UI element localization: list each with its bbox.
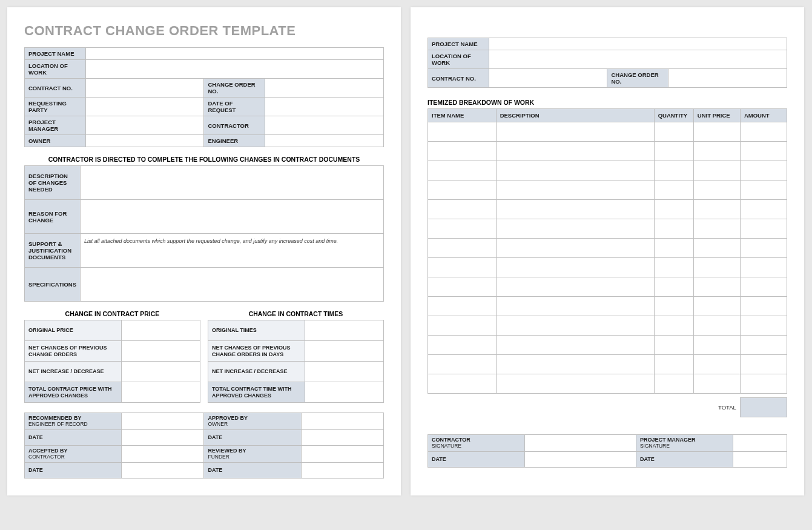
item-row[interactable] [428,219,787,239]
support-docs-value[interactable]: List all attached documents which suppor… [81,234,384,268]
pm-date-label: DATE [636,452,733,468]
item-row[interactable] [428,258,787,277]
approved-date-label: DATE [204,430,301,446]
requesting-party-label: REQUESTING PARTY [25,98,86,116]
change-order-no-value[interactable] [265,79,384,98]
total-row-table: TOTAL [427,397,787,417]
project-name-label-2: PROJECT NAME [428,38,489,50]
change-order-no-label: CHANGE ORDER NO. [204,79,265,98]
item-row[interactable] [428,297,787,316]
original-times-label: ORIGINAL TIMES [208,320,305,341]
engineer-label: ENGINEER [204,135,265,147]
item-row[interactable] [428,277,787,297]
project-name-value[interactable] [85,48,383,60]
accepted-date-value[interactable] [122,463,204,479]
description-changes-label: DESCRIPTION OF CHANGES NEEDED [25,166,81,200]
date-of-request-value[interactable] [265,98,384,116]
col-quantity: QUANTITY [654,109,693,122]
location-value-2[interactable] [489,50,787,69]
owner-value[interactable] [85,135,204,147]
net-prev-times-value[interactable] [305,341,384,362]
changes-heading: CONTRACTOR IS DIRECTED TO COMPLETE THE F… [24,156,384,163]
contractor-sig-value[interactable] [525,435,636,452]
net-inc-times-label: NET INCREASE / DECREASE [208,362,305,382]
contractor-label: CONTRACTOR [204,116,265,135]
item-row[interactable] [428,239,787,258]
pm-date-value[interactable] [733,452,787,468]
total-times-label: TOTAL CONTRACT TIME WITH APPROVED CHANGE… [208,382,305,403]
contractor-value[interactable] [265,116,384,135]
col-amount: AMOUNT [740,109,787,122]
location-label-2: LOCATION OF WORK [428,50,489,69]
owner-label: OWNER [25,135,86,147]
original-price-label: ORIGINAL PRICE [25,320,122,341]
item-row[interactable] [428,122,787,142]
project-manager-value[interactable] [85,116,204,135]
reason-change-label: REASON FOR CHANGE [25,200,81,234]
reason-change-value[interactable] [81,200,384,234]
pm-sig-value[interactable] [733,435,787,452]
item-row[interactable] [428,161,787,181]
pm-sig-label: PROJECT MANAGERSIGNATURE [636,435,733,452]
col-description: DESCRIPTION [496,109,654,122]
total-price-value[interactable] [121,382,200,403]
original-price-value[interactable] [121,320,200,341]
total-label: TOTAL [693,398,740,417]
net-inc-price-value[interactable] [121,362,200,382]
description-changes-value[interactable] [81,166,384,200]
total-times-value[interactable] [305,382,384,403]
location-value[interactable] [85,60,383,79]
recommended-by-label: RECOMMENDED BYENGINEER OF RECORD [25,413,122,430]
item-row[interactable] [428,374,787,394]
project-info-table-2: PROJECT NAME LOCATION OF WORK CONTRACT N… [427,38,787,88]
change-order-no-value-2[interactable] [668,69,787,88]
date-of-request-label: DATE OF REQUEST [204,98,265,116]
net-inc-times-value[interactable] [305,362,384,382]
reviewed-date-value[interactable] [301,463,383,479]
reviewed-by-value[interactable] [301,446,383,463]
original-times-value[interactable] [305,320,384,341]
contractor-date-value[interactable] [525,452,636,468]
project-name-label: PROJECT NAME [25,48,86,60]
contract-no-value-2[interactable] [489,69,607,88]
item-row[interactable] [428,316,787,336]
itemized-table: ITEM NAME DESCRIPTION QUANTITY UNIT PRIC… [427,108,787,394]
col-unit-price: UNIT PRICE [693,109,740,122]
specifications-value[interactable] [81,268,384,302]
recommended-date-value[interactable] [122,430,204,446]
net-prev-price-label: NET CHANGES OF PREVIOUS CHANGE ORDERS [25,341,122,362]
approved-date-value[interactable] [301,430,383,446]
change-order-no-label-2: CHANGE ORDER NO. [607,69,668,88]
support-docs-label: SUPPORT & JUSTIFICATION DOCUMENTS [25,234,81,268]
contractor-sig-label: CONTRACTORSIGNATURE [428,435,525,452]
item-row[interactable] [428,142,787,161]
contract-no-label-2: CONTRACT NO. [428,69,489,88]
page-2: PROJECT NAME LOCATION OF WORK CONTRACT N… [411,7,804,495]
total-value[interactable] [740,398,787,417]
times-heading: CHANGE IN CONTRACT TIMES [208,310,384,317]
location-label: LOCATION OF WORK [25,60,86,79]
approved-by-value[interactable] [301,413,383,430]
requesting-party-value[interactable] [85,98,204,116]
item-row[interactable] [428,355,787,374]
price-table: ORIGINAL PRICE NET CHANGES OF PREVIOUS C… [24,320,200,403]
signatures-table-1: RECOMMENDED BYENGINEER OF RECORD APPROVE… [24,412,384,479]
engineer-value[interactable] [265,135,384,147]
project-name-value-2[interactable] [489,38,787,50]
itemized-heading: ITEMIZED BREAKDOWN OF WORK [427,99,787,106]
net-prev-price-value[interactable] [121,341,200,362]
times-table: ORIGINAL TIMES NET CHANGES OF PREVIOUS C… [208,320,384,403]
item-row[interactable] [428,336,787,355]
recommended-by-value[interactable] [122,413,204,430]
net-prev-times-label: NET CHANGES OF PREVIOUS CHANGE ORDERS IN… [208,341,305,362]
recommended-date-label: DATE [25,430,122,446]
accepted-date-label: DATE [25,463,122,479]
contract-no-label: CONTRACT NO. [25,79,86,98]
net-inc-price-label: NET INCREASE / DECREASE [25,362,122,382]
accepted-by-value[interactable] [122,446,204,463]
total-price-label: TOTAL CONTRACT PRICE WITH APPROVED CHANG… [25,382,122,403]
item-row[interactable] [428,200,787,219]
page-1: CONTRACT CHANGE ORDER TEMPLATE PROJECT N… [7,7,401,495]
contract-no-value[interactable] [85,79,204,98]
item-row[interactable] [428,181,787,200]
